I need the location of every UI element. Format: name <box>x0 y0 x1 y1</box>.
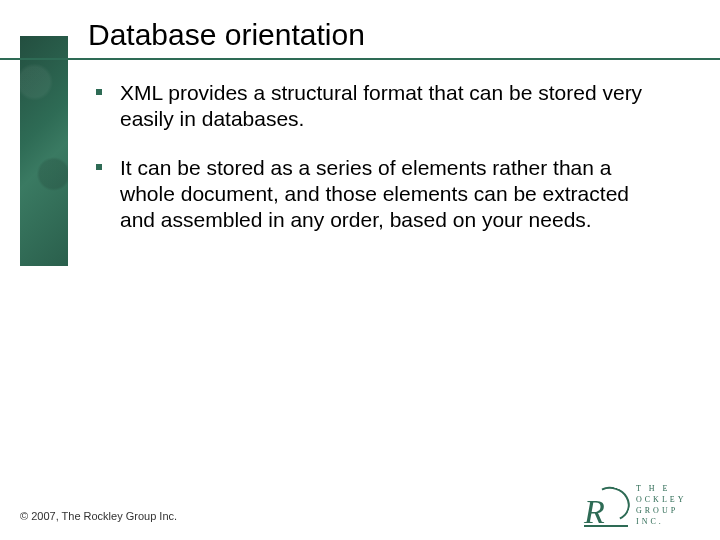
bullet-text: XML provides a structural format that ca… <box>120 80 656 133</box>
bullet-icon <box>96 164 102 170</box>
bullet-text: It can be stored as a series of elements… <box>120 155 656 234</box>
logo-text: T H E ockley Group Inc. <box>636 484 704 527</box>
bullet-icon <box>96 89 102 95</box>
list-item: It can be stored as a series of elements… <box>96 155 656 234</box>
company-logo: R T H E ockley Group Inc. <box>584 484 704 528</box>
copyright-footer: © 2007, The Rockley Group Inc. <box>20 510 177 522</box>
list-item: XML provides a structural format that ca… <box>96 80 656 133</box>
decorative-side-band <box>20 36 68 266</box>
title-rule <box>0 58 720 60</box>
logo-line-3: Group Inc. <box>636 506 704 528</box>
logo-line-1: T H E <box>636 484 704 495</box>
logo-line-2: ockley <box>636 495 704 506</box>
logo-mark-icon: R <box>584 485 628 527</box>
bullet-list: XML provides a structural format that ca… <box>96 80 656 255</box>
slide-title: Database orientation <box>88 18 365 52</box>
